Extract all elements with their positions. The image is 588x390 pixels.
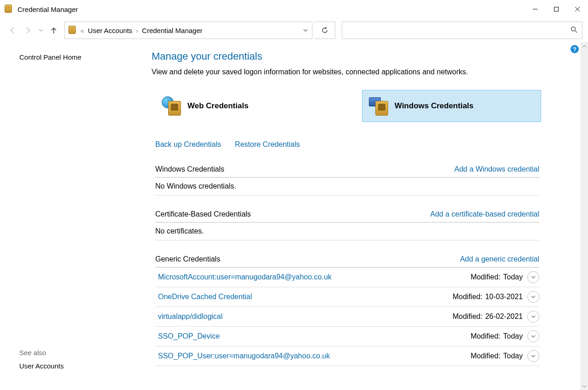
close-button[interactable] [567,2,588,17]
app-icon [5,5,13,14]
scroll-down-button[interactable] [580,382,588,390]
modified-value: Today [503,352,523,360]
credential-name: SSO_POP_Device [158,332,470,340]
chevron-right-icon: › [136,27,138,34]
help-icon[interactable]: ? [571,45,579,53]
window-title: Credential Manager [17,6,78,13]
expand-button[interactable] [527,311,539,323]
toolbar: « User Accounts › Credential Manager [0,18,588,42]
modified-label: Modified: [470,273,500,281]
section-title: Certificate-Based Credentials [155,210,251,218]
credential-row[interactable]: OneDrive Cached CredentialModified:10-03… [155,287,539,307]
sidebar: Control Panel Home See also User Account… [0,42,133,390]
svg-line-6 [575,31,577,33]
address-history-button[interactable] [303,27,308,34]
search-input[interactable] [342,22,582,39]
minimize-button[interactable] [525,2,546,17]
section-title: Generic Credentials [155,255,220,263]
modified-value: Today [503,332,523,340]
expand-button[interactable] [527,330,539,342]
control-panel-home-link[interactable]: Control Panel Home [19,53,124,61]
add-certificate-credential-link[interactable]: Add a certificate-based credential [430,210,539,218]
page-description: View and delete your saved logon informa… [152,68,570,76]
refresh-button[interactable] [314,22,335,39]
credential-name: OneDrive Cached Credential [158,293,452,301]
folder-icon [68,26,77,35]
content-area: ? Manage your credentials View and delet… [133,42,588,390]
credential-name: MicrosoftAccount:user=manugodara94@yahoo… [158,273,470,281]
scroll-up-button[interactable] [580,42,588,50]
expand-button[interactable] [527,271,539,283]
see-also-user-accounts[interactable]: User Accounts [19,362,124,370]
up-button[interactable] [47,23,61,38]
page-title: Manage your credentials [152,50,570,62]
forward-button[interactable] [21,23,35,38]
breadcrumb-item[interactable]: Credential Manager [142,27,203,34]
windows-credentials-label: Windows Credentials [395,101,474,111]
credential-name: virtualapp/didlogical [158,312,452,321]
title-bar: Credential Manager [0,0,588,18]
certificate-credentials-section: Certificate-Based Credentials Add a cert… [155,207,539,240]
modified-value: 10-03-2021 [485,293,523,301]
breadcrumb-overflow[interactable]: « [80,27,84,34]
credential-row[interactable]: SSO_POP_User:user=manugodara94@yahoo.co.… [155,346,539,366]
web-credentials-label: Web Credentials [187,101,249,111]
web-credentials-icon [162,96,181,116]
svg-rect-1 [554,7,559,11]
add-windows-credential-link[interactable]: Add a Windows credential [454,165,539,173]
back-button[interactable] [6,23,19,38]
address-bar[interactable]: « User Accounts › Credential Manager [64,22,312,39]
backup-credentials-link[interactable]: Back up Credentials [155,140,221,148]
breadcrumb-item[interactable]: User Accounts [88,27,132,34]
windows-credentials-section: Windows Credentials Add a Windows creden… [155,162,539,195]
windows-credentials-icon [369,96,388,116]
web-credentials-tile[interactable]: Web Credentials [155,90,334,122]
recent-locations-button[interactable] [37,23,45,38]
credential-row[interactable]: virtualapp/didlogicalModified:26-02-2021 [155,307,539,327]
expand-button[interactable] [527,291,539,303]
modified-label: Modified: [470,352,500,360]
credential-row[interactable]: SSO_POP_DeviceModified:Today [155,327,539,346]
modified-label: Modified: [452,293,482,301]
vertical-scrollbar[interactable] [580,42,588,390]
modified-label: Modified: [452,312,482,321]
windows-credentials-tile[interactable]: Windows Credentials [362,90,541,122]
section-title: Windows Credentials [155,165,224,173]
svg-point-5 [571,27,576,31]
restore-credentials-link[interactable]: Restore Credentials [235,140,300,148]
credential-row[interactable]: MicrosoftAccount:user=manugodara94@yahoo… [155,267,539,287]
maximize-button[interactable] [546,2,567,17]
expand-button[interactable] [527,350,539,362]
windows-credentials-empty: No Windows credentials. [155,178,539,195]
credential-name: SSO_POP_User:user=manugodara94@yahoo.co.… [158,352,470,360]
add-generic-credential-link[interactable]: Add a generic credential [460,255,539,263]
modified-label: Modified: [470,332,500,340]
modified-value: Today [503,273,523,281]
certificate-credentials-empty: No certificates. [155,223,539,240]
see-also-header: See also [19,349,124,357]
modified-value: 26-02-2021 [485,312,523,321]
search-icon [571,26,577,34]
generic-credentials-section: Generic Credentials Add a generic creden… [155,252,539,366]
